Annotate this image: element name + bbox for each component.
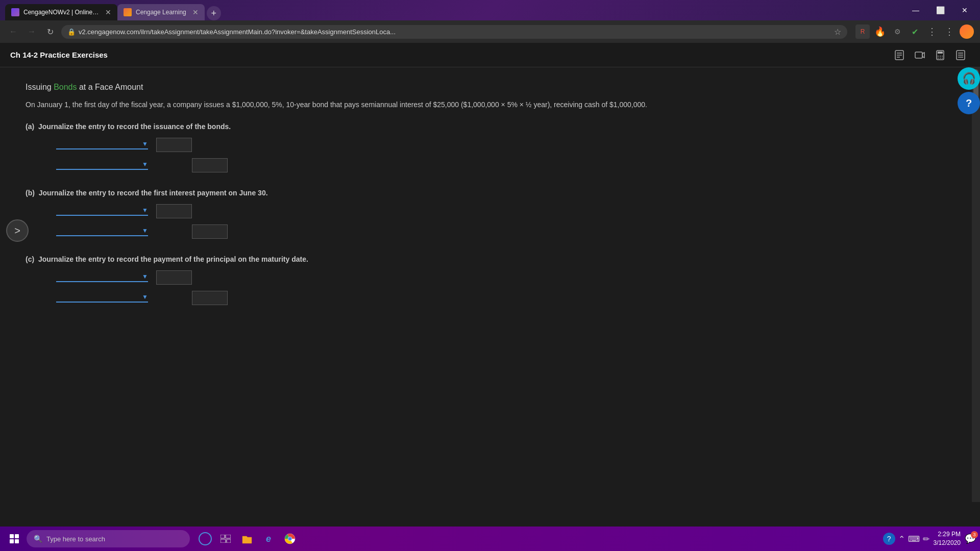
keyboard-icon[interactable]: ⌨ bbox=[908, 534, 920, 544]
system-icons: ? ⌃ ⌨ ✏ bbox=[883, 533, 929, 545]
account-dropdown-b2[interactable]: ▼ bbox=[56, 227, 148, 236]
bookmark-icon[interactable]: ☆ bbox=[834, 27, 841, 37]
forward-button[interactable]: → bbox=[24, 24, 39, 39]
debit-box-b1[interactable] bbox=[156, 204, 192, 218]
tab1-close[interactable]: ✕ bbox=[105, 8, 111, 16]
account-dropdown-c1[interactable]: ▼ bbox=[56, 273, 148, 282]
extension-btn-2[interactable]: 🔥 bbox=[873, 24, 887, 39]
taskbar-apps: e bbox=[196, 529, 300, 549]
journal-row-c2: ▼ bbox=[56, 291, 954, 305]
scrollbar[interactable] bbox=[972, 67, 980, 502]
new-tab-button[interactable]: + bbox=[207, 6, 221, 20]
tab2-favicon bbox=[124, 8, 132, 16]
main-content: > Issuing Bonds at a Face Amount On Janu… bbox=[0, 67, 980, 527]
tab2-label: Cengage Learning bbox=[136, 9, 186, 16]
svg-rect-19 bbox=[226, 535, 231, 538]
taskbar-search[interactable]: 🔍 Type here to search bbox=[27, 530, 190, 547]
next-nav-arrow[interactable]: > bbox=[6, 219, 29, 242]
url-bar[interactable]: 🔒 v2.cengagenow.com/ilrn/takeAssignment/… bbox=[61, 25, 847, 39]
account-dropdown-a1[interactable]: ▼ bbox=[56, 140, 148, 149]
tab1-label: CengageNOWv2 | Online teachin bbox=[23, 9, 99, 16]
svg-point-8 bbox=[938, 56, 939, 57]
tab2-close[interactable]: ✕ bbox=[192, 8, 199, 16]
svg-rect-4 bbox=[915, 52, 922, 58]
section-title: Issuing Bonds at a Face Amount bbox=[26, 83, 954, 92]
bonds-link[interactable]: Bonds bbox=[54, 83, 77, 91]
url-text: v2.cengagenow.com/ilrn/takeAssignment/ta… bbox=[79, 28, 831, 36]
svg-rect-7 bbox=[938, 52, 943, 54]
toolbar-icon-video[interactable] bbox=[911, 46, 929, 64]
headset-button[interactable]: 🎧 bbox=[958, 67, 980, 90]
svg-point-12 bbox=[940, 58, 941, 59]
notification-badge: 3 bbox=[971, 531, 978, 538]
task-view-button[interactable] bbox=[215, 529, 236, 549]
journal-row-c1: ▼ bbox=[56, 270, 954, 285]
toolbar-icon-calculator[interactable] bbox=[931, 46, 949, 64]
svg-rect-18 bbox=[220, 535, 225, 538]
account-dropdown-b1[interactable]: ▼ bbox=[56, 207, 148, 216]
back-button[interactable]: ← bbox=[6, 24, 20, 39]
minimize-button[interactable]: — bbox=[905, 3, 926, 17]
debit-box-c1[interactable] bbox=[156, 270, 192, 285]
toolbar-icon-notes[interactable] bbox=[890, 46, 909, 64]
addressbar-actions: R 🔥 ⚙ ✔ ⋮ ⋮ bbox=[855, 24, 974, 39]
credit-box-c2[interactable] bbox=[192, 291, 228, 305]
right-panel: 🎧 ? bbox=[958, 67, 980, 114]
dropdown-arrow-c2[interactable]: ▼ bbox=[142, 293, 148, 300]
maximize-button[interactable]: ⬜ bbox=[930, 3, 950, 17]
extension-btn-3[interactable]: ⚙ bbox=[890, 24, 904, 39]
tab1-favicon bbox=[11, 8, 19, 16]
extension-btn-4[interactable]: ✔ bbox=[908, 24, 922, 39]
question-block-c: (c) Journalize the entry to record the p… bbox=[26, 255, 954, 305]
address-bar: ← → ↻ 🔒 v2.cengagenow.com/ilrn/takeAssig… bbox=[0, 20, 980, 43]
refresh-button[interactable]: ↻ bbox=[43, 24, 57, 39]
problem-text: On January 1, the first day of the fisca… bbox=[26, 99, 954, 110]
start-button[interactable] bbox=[4, 529, 24, 549]
time-display: 2:29 PM bbox=[934, 530, 961, 539]
browser-tab-2[interactable]: Cengage Learning ✕ bbox=[117, 4, 205, 20]
svg-rect-21 bbox=[227, 539, 231, 543]
chrome-button[interactable] bbox=[280, 529, 300, 549]
question-block-b: (b) Journalize the entry to record the f… bbox=[26, 189, 954, 239]
search-icon: 🔍 bbox=[34, 535, 42, 543]
credit-box-b2[interactable] bbox=[192, 224, 228, 239]
svg-point-13 bbox=[942, 58, 943, 59]
chevron-icon[interactable]: ⌃ bbox=[898, 534, 905, 544]
svg-point-10 bbox=[942, 56, 943, 57]
svg-point-11 bbox=[938, 58, 939, 59]
debit-box-a1[interactable] bbox=[156, 138, 192, 152]
account-dropdown-c2[interactable]: ▼ bbox=[56, 293, 148, 303]
toolbar-icon-doc[interactable] bbox=[951, 46, 970, 64]
dropdown-arrow-a1[interactable]: ▼ bbox=[142, 140, 148, 147]
credit-box-a2[interactable] bbox=[192, 158, 228, 172]
dropdown-arrow-c1[interactable]: ▼ bbox=[142, 273, 148, 280]
close-button[interactable]: ✕ bbox=[954, 3, 975, 17]
browser-tab-1[interactable]: CengageNOWv2 | Online teachin ✕ bbox=[5, 4, 117, 20]
toolbar-title: Ch 14-2 Practice Exercises bbox=[10, 51, 890, 59]
menu-btn[interactable]: ⋮ bbox=[925, 24, 939, 39]
edge-browser-button[interactable]: e bbox=[258, 529, 279, 549]
dropdown-arrow-b1[interactable]: ▼ bbox=[142, 207, 148, 214]
dropdown-arrow-b2[interactable]: ▼ bbox=[142, 227, 148, 234]
profile-avatar[interactable] bbox=[960, 24, 974, 39]
account-dropdown-a2[interactable]: ▼ bbox=[56, 161, 148, 170]
notification-center[interactable]: 💬 3 bbox=[965, 533, 976, 544]
menu-btn-2[interactable]: ⋮ bbox=[942, 24, 957, 39]
date-display: 3/12/2020 bbox=[934, 539, 961, 547]
question-a-label: (a) Journalize the entry to record the i… bbox=[26, 122, 954, 131]
cortana-button[interactable] bbox=[196, 530, 214, 548]
extension-btn-1[interactable]: R bbox=[855, 24, 870, 39]
taskbar: 🔍 Type here to search e ? ⌃ ⌨ ✏ 2 bbox=[0, 527, 980, 551]
help-button[interactable]: ? bbox=[958, 92, 980, 114]
file-explorer-button[interactable] bbox=[237, 529, 257, 549]
pen-icon[interactable]: ✏ bbox=[923, 534, 929, 544]
svg-marker-5 bbox=[922, 53, 924, 58]
dropdown-arrow-a2[interactable]: ▼ bbox=[142, 161, 148, 168]
journal-row-b1: ▼ bbox=[56, 204, 954, 218]
taskbar-right: ? ⌃ ⌨ ✏ 2:29 PM 3/12/2020 💬 3 bbox=[883, 530, 976, 547]
cortana-icon bbox=[199, 532, 212, 545]
svg-point-24 bbox=[288, 537, 292, 541]
help-support-icon[interactable]: ? bbox=[883, 533, 895, 545]
lock-icon: 🔒 bbox=[67, 28, 76, 36]
question-b-label: (b) Journalize the entry to record the f… bbox=[26, 189, 954, 197]
